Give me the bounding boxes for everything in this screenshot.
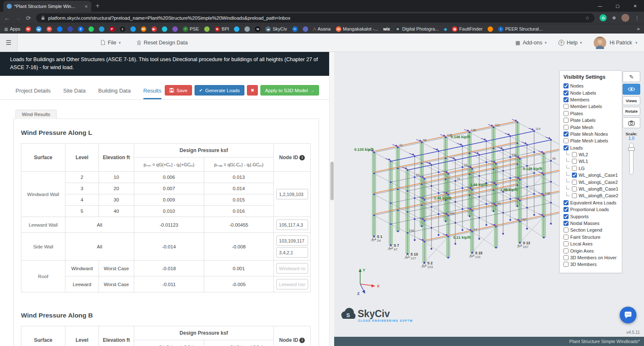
- visibility-item-plate-mesh-labels[interactable]: Plate Mesh Labels: [564, 137, 618, 144]
- bookmark-item[interactable]: ☁: [36, 26, 42, 32]
- bookmarks-overflow-icon[interactable]: »: [637, 26, 640, 32]
- visibility-checkbox[interactable]: [572, 152, 577, 157]
- forward-icon[interactable]: →: [15, 15, 21, 21]
- visibility-checkbox[interactable]: [572, 186, 577, 191]
- chat-widget-button[interactable]: [620, 307, 636, 323]
- info-icon[interactable]: i: [299, 155, 305, 160]
- apply-to-s3d-model-button[interactable]: Apply to S3D Model →: [260, 85, 319, 96]
- main-menu-button[interactable]: ☰: [0, 34, 18, 52]
- grammarly-extension-icon[interactable]: G: [600, 14, 607, 21]
- addons-menu[interactable]: ▦ Add-ons ▾: [515, 40, 546, 46]
- visibility-checkbox[interactable]: [564, 207, 569, 212]
- visibility-item-wl-alongb-case1[interactable]: WL_alongB_Case1: [564, 186, 618, 192]
- visibility-checkbox[interactable]: [572, 173, 577, 178]
- bookmark-item[interactable]: [162, 26, 167, 32]
- visibility-item-3d-members[interactable]: 3D Members: [564, 261, 618, 268]
- bookmark-item[interactable]: ∴Asana: [313, 26, 331, 31]
- bookmark-item[interactable]: ▶: [151, 26, 157, 32]
- visibility-checkbox[interactable]: [564, 227, 569, 232]
- tab-project-details[interactable]: Project Details: [16, 88, 51, 99]
- bookmark-item[interactable]: [244, 26, 250, 32]
- bookmark-item[interactable]: wix: [383, 27, 390, 31]
- 3d-viewer[interactable]: S 124S 747S 13127S 2103S 15131S 12107S 1…: [334, 52, 644, 337]
- leeward-node-ids-input[interactable]: [276, 219, 308, 230]
- visibility-checkbox[interactable]: [564, 90, 569, 96]
- bookmark-item[interactable]: [68, 26, 73, 32]
- scrollbar-thumb[interactable]: [330, 162, 334, 200]
- visibility-item-node-labels[interactable]: Node Labels: [564, 89, 618, 96]
- visibility-item-member-labels[interactable]: Member Labels: [564, 103, 618, 110]
- file-menu[interactable]: File ▾: [101, 40, 121, 46]
- visibility-item-loads[interactable]: Loads: [564, 145, 618, 151]
- tab-results[interactable]: Results: [143, 88, 161, 99]
- visibility-checkbox[interactable]: [564, 83, 569, 88]
- bookmark-item[interactable]: M: [26, 26, 31, 32]
- visibility-checkbox[interactable]: [564, 235, 569, 240]
- bookmark-item[interactable]: iPEER Structural...: [498, 26, 543, 32]
- bookmark-item[interactable]: [57, 26, 62, 32]
- bookmark-item[interactable]: N: [255, 26, 260, 32]
- bookmark-item[interactable]: M: [141, 26, 146, 32]
- bookmark-star-icon[interactable]: ☆: [585, 15, 589, 21]
- roof-leeward-node-ids-input[interactable]: [276, 279, 308, 289]
- visibility-checkbox[interactable]: [572, 193, 577, 198]
- bookmark-item[interactable]: [99, 26, 104, 32]
- browser-menu-kebab-icon[interactable]: ⋮: [634, 15, 640, 21]
- tab-site-data[interactable]: Site Data: [63, 88, 86, 99]
- visibility-item-section-legend[interactable]: Section Legend: [564, 227, 618, 233]
- bookmark-item[interactable]: [172, 26, 178, 32]
- bookmark-item[interactable]: P: [109, 26, 115, 32]
- info-icon[interactable]: i: [299, 338, 305, 343]
- views-button[interactable]: Views: [623, 96, 640, 105]
- bookmark-item[interactable]: ⊙Digital Photogra...: [395, 26, 439, 32]
- scale-slider-thumb[interactable]: [628, 147, 635, 151]
- bookmark-item[interactable]: ☁SkyCiv: [265, 26, 287, 32]
- browser-profile-avatar[interactable]: [621, 14, 629, 22]
- url-field[interactable]: platform.skyciv.com/structural?preload_n…: [36, 13, 595, 23]
- visibility-item-plate-labels[interactable]: Plate Labels: [564, 117, 618, 124]
- visibility-item-proportional-loads[interactable]: Proportional Loads: [564, 206, 618, 213]
- bookmark-item[interactable]: ✉: [47, 26, 52, 32]
- bookmark-item[interactable]: BBPI: [215, 26, 229, 32]
- tab-building-data[interactable]: Building Data: [98, 88, 130, 99]
- edit-tool-button[interactable]: ✎: [623, 71, 640, 82]
- scale-slider[interactable]: [629, 143, 634, 175]
- visibility-item-nodal-masses[interactable]: Nodal Masses: [564, 220, 618, 227]
- bookmark-item[interactable]: ⚡PSE: [183, 26, 199, 32]
- help-menu[interactable]: ? Help ▾: [558, 40, 582, 46]
- visibility-checkbox[interactable]: [564, 132, 569, 137]
- visibility-item-lg[interactable]: LG: [564, 165, 618, 172]
- tab-close-icon[interactable]: ✕: [85, 4, 88, 9]
- roof-windward-node-ids-input[interactable]: [276, 263, 308, 274]
- side-wall-node-ids-input-2[interactable]: [276, 247, 308, 258]
- visibility-item-plate-mesh[interactable]: Plate Mesh: [564, 124, 618, 130]
- visibility-item-local-axes[interactable]: Local Axes: [564, 240, 618, 247]
- visibility-checkbox[interactable]: [564, 241, 569, 246]
- visibility-checkbox[interactable]: [564, 97, 569, 102]
- visibility-item-plates[interactable]: Plates: [564, 110, 618, 117]
- visibility-item-wl2[interactable]: WL2: [564, 151, 618, 158]
- visibility-checkbox[interactable]: [564, 111, 569, 116]
- visibility-item-nodes[interactable]: Nodes: [564, 83, 618, 89]
- visibility-checkbox[interactable]: [564, 262, 569, 267]
- visibility-checkbox[interactable]: [572, 180, 577, 185]
- visibility-checkbox[interactable]: [564, 138, 569, 143]
- visibility-tool-button[interactable]: [623, 84, 640, 95]
- bookmark-item[interactable]: t: [120, 26, 125, 32]
- refresh-icon[interactable]: ⟳: [26, 15, 31, 21]
- visibility-checkbox[interactable]: [564, 248, 569, 253]
- rotate-button[interactable]: Rotate: [623, 107, 640, 116]
- bookmark-item[interactable]: [303, 26, 308, 32]
- bookmark-item[interactable]: [204, 26, 210, 32]
- visibility-item-origin-axes[interactable]: Origin Axes: [564, 247, 618, 254]
- visibility-item-wl-alongb-case2[interactable]: WL_alongB_Case2: [564, 192, 618, 199]
- bookmark-item[interactable]: +: [292, 26, 298, 32]
- visibility-item-wl1[interactable]: WL1: [564, 158, 618, 165]
- bookmark-item[interactable]: mMangakakalot -...: [336, 26, 378, 32]
- bookmark-item[interactable]: [488, 26, 493, 32]
- window-minimize-button[interactable]: —: [591, 0, 609, 12]
- browser-tab[interactable]: *Plant Structure Simple Win... ✕: [3, 1, 91, 12]
- visibility-checkbox[interactable]: [564, 221, 569, 226]
- bookmark-item[interactable]: [88, 26, 94, 32]
- visibility-item-wl-alongl-case2[interactable]: WL_alongL_Case2: [564, 178, 618, 185]
